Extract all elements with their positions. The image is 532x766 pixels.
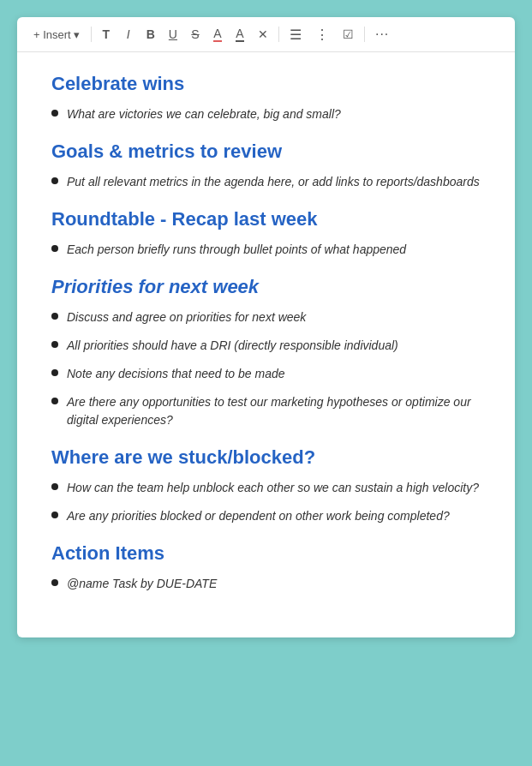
section-stuck-blocked: Where are we stuck/blocked?How can the t…: [51, 446, 481, 525]
toolbar-divider-1: [91, 27, 92, 42]
bullet-list-button[interactable]: ☰: [284, 24, 307, 45]
bullet-list-celebrate-wins: What are victories we can celebrate, big…: [51, 105, 481, 123]
bullet-list-stuck-blocked: How can the team help unblock each other…: [51, 479, 481, 525]
bullet-text: Discuss and agree on priorities for next…: [67, 308, 481, 326]
bullet-text: Are there any opportunities to test our …: [67, 393, 481, 429]
bold-button[interactable]: B: [141, 24, 160, 45]
bullet-item: Are there any opportunities to test our …: [51, 393, 481, 429]
bullet-text: Each person briefly runs through bullet …: [67, 241, 481, 259]
bullet-dot: [51, 110, 58, 117]
section-action-items: Action Items@name Task by DUE-DATE: [51, 542, 481, 593]
text-style-button[interactable]: T: [97, 24, 116, 45]
italic-button[interactable]: I: [119, 24, 138, 45]
section-roundtable: Roundtable - Recap last weekEach person …: [51, 208, 481, 259]
highlight-button[interactable]: A: [230, 24, 249, 45]
bullet-dot: [51, 177, 58, 184]
toolbar: + Insert ▾ T I B U S A A ✕ ☰: [17, 17, 515, 52]
bullet-dot: [51, 483, 58, 490]
bullet-list-goals-metrics: Put all relevant metrics in the agenda h…: [51, 173, 481, 191]
bullet-text: What are victories we can celebrate, big…: [67, 105, 481, 123]
section-priorities: Priorities for next weekDiscuss and agre…: [51, 276, 481, 429]
editor-container: + Insert ▾ T I B U S A A ✕ ☰: [17, 17, 515, 637]
bullet-dot: [51, 369, 58, 376]
bullet-item: @name Task by DUE-DATE: [51, 575, 481, 593]
bullet-text: Note any decisions that need to be made: [67, 365, 481, 383]
bullet-text: How can the team help unblock each other…: [67, 479, 481, 497]
bullet-text: @name Task by DUE-DATE: [67, 575, 481, 593]
bullet-list-action-items: @name Task by DUE-DATE: [51, 575, 481, 593]
toolbar-divider-3: [364, 27, 365, 42]
bullet-item: Each person briefly runs through bullet …: [51, 241, 481, 259]
bullet-item: All priorities should have a DRI (direct…: [51, 337, 481, 355]
section-heading-goals-metrics: Goals & metrics to review: [51, 141, 481, 163]
bullet-item: Put all relevant metrics in the agenda h…: [51, 173, 481, 191]
section-celebrate-wins: Celebrate winsWhat are victories we can …: [51, 73, 481, 123]
section-heading-action-items: Action Items: [51, 542, 481, 565]
clear-format-button[interactable]: ✕: [253, 24, 273, 45]
strikethrough-button[interactable]: S: [186, 24, 205, 45]
bullet-dot: [51, 512, 58, 518]
insert-chevron: ▾: [74, 28, 80, 41]
bullet-dot: [51, 398, 58, 404]
bullet-item: How can the team help unblock each other…: [51, 479, 481, 497]
bullet-item: Note any decisions that need to be made: [51, 365, 481, 383]
section-heading-roundtable: Roundtable - Recap last week: [51, 208, 481, 230]
bullet-dot: [51, 313, 58, 320]
document-content: Celebrate winsWhat are victories we can …: [17, 52, 515, 637]
insert-label: + Insert: [33, 28, 71, 41]
insert-button[interactable]: + Insert ▾: [27, 24, 86, 45]
bullet-dot: [51, 579, 58, 586]
font-color-button[interactable]: A: [208, 24, 227, 45]
section-goals-metrics: Goals & metrics to reviewPut all relevan…: [51, 141, 481, 191]
checklist-button[interactable]: ☑: [338, 24, 359, 45]
section-heading-celebrate-wins: Celebrate wins: [51, 73, 481, 95]
bullet-dot: [51, 245, 58, 252]
ordered-list-button[interactable]: ⋮: [310, 24, 334, 45]
toolbar-divider-2: [278, 27, 279, 42]
bullet-text: Put all relevant metrics in the agenda h…: [67, 173, 481, 191]
bullet-dot: [51, 341, 58, 348]
bullet-item: What are victories we can celebrate, big…: [51, 105, 481, 123]
bullet-item: Discuss and agree on priorities for next…: [51, 308, 481, 326]
bullet-list-roundtable: Each person briefly runs through bullet …: [51, 241, 481, 259]
section-heading-priorities: Priorities for next week: [51, 276, 481, 298]
bullet-text: All priorities should have a DRI (direct…: [67, 337, 481, 355]
bullet-item: Are any priorities blocked or dependent …: [51, 507, 481, 525]
section-heading-stuck-blocked: Where are we stuck/blocked?: [51, 446, 481, 469]
underline-button[interactable]: U: [164, 24, 182, 45]
bullet-text: Are any priorities blocked or dependent …: [67, 507, 481, 525]
more-options-button[interactable]: ···: [370, 24, 394, 45]
bullet-list-priorities: Discuss and agree on priorities for next…: [51, 308, 481, 429]
